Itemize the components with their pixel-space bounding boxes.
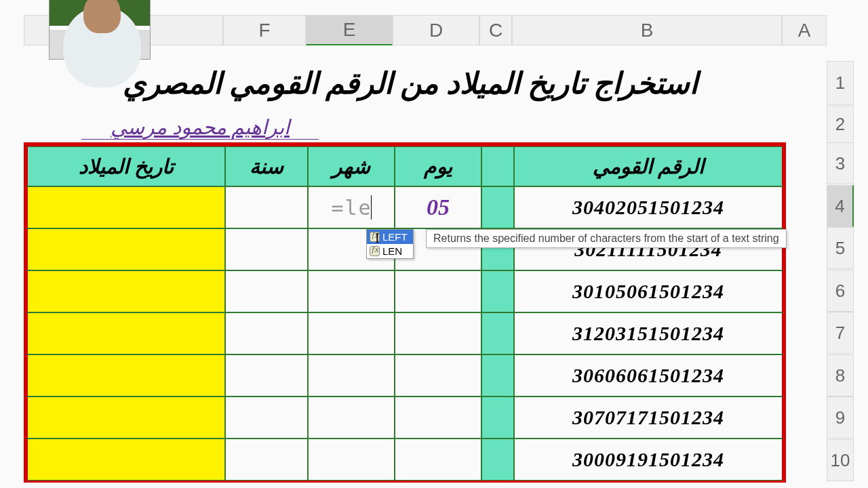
text-cursor-icon: I bbox=[375, 230, 380, 246]
cell-D9[interactable] bbox=[395, 396, 481, 439]
row-header-3[interactable]: 3 bbox=[827, 142, 854, 184]
cell-E6[interactable] bbox=[308, 270, 395, 312]
cell-C9[interactable] bbox=[481, 396, 514, 439]
data-table: تاريخ الميلاد سنة شهر يوم الرقم القومي =… bbox=[24, 142, 786, 483]
cell-G6[interactable] bbox=[26, 270, 225, 312]
cell-B6[interactable]: 30105061501234 bbox=[514, 270, 784, 312]
cell-G4[interactable] bbox=[26, 186, 225, 228]
cell-F7[interactable] bbox=[225, 312, 308, 354]
profile-photo bbox=[49, 0, 151, 60]
header-D: يوم bbox=[395, 146, 481, 186]
col-header-C[interactable]: C bbox=[479, 15, 512, 45]
author-link[interactable]: ابراهيم محمود مرسي bbox=[81, 115, 319, 140]
cell-B9[interactable]: 30707171501234 bbox=[514, 396, 784, 439]
row-header-2[interactable]: 2 bbox=[827, 106, 854, 143]
formula-input[interactable]: =le bbox=[331, 196, 372, 220]
cell-B4[interactable]: 30402051501234 bbox=[514, 186, 784, 228]
cell-G10[interactable] bbox=[26, 439, 225, 481]
formula-tooltip: Returns the specified number of characte… bbox=[426, 229, 787, 248]
cell-C10[interactable] bbox=[481, 439, 514, 481]
row-header-1[interactable]: 1 bbox=[827, 61, 854, 105]
header-G: تاريخ الميلاد bbox=[26, 146, 225, 186]
row-header-5[interactable]: 5 bbox=[827, 227, 854, 269]
row-header-8[interactable]: 8 bbox=[827, 354, 854, 396]
col-header-B[interactable]: B bbox=[512, 15, 782, 45]
cell-D8[interactable] bbox=[395, 354, 481, 396]
fx-icon bbox=[370, 246, 380, 256]
cell-G7[interactable] bbox=[26, 312, 225, 354]
row-header-4[interactable]: 4 bbox=[827, 185, 854, 227]
col-header-E[interactable]: E bbox=[306, 15, 393, 45]
cell-E8[interactable] bbox=[308, 354, 395, 396]
formula-autocomplete[interactable]: LEFT LEN bbox=[366, 229, 414, 259]
header-F: سنة bbox=[225, 146, 308, 186]
cell-E10[interactable] bbox=[308, 439, 395, 481]
cell-E9[interactable] bbox=[308, 396, 395, 439]
cell-G5[interactable] bbox=[26, 228, 225, 270]
sheet-title: استخراج تاريخ الميلاد من الرقم القومي ال… bbox=[24, 61, 797, 105]
cell-F4[interactable] bbox=[225, 186, 308, 228]
cell-C6[interactable] bbox=[481, 270, 514, 312]
cell-F5[interactable] bbox=[225, 228, 308, 270]
row-header-7[interactable]: 7 bbox=[827, 312, 854, 354]
header-B: الرقم القومي bbox=[514, 146, 784, 186]
cell-B7[interactable]: 31203151501234 bbox=[514, 312, 784, 354]
row-header-9[interactable]: 9 bbox=[827, 396, 854, 439]
header-E: شهر bbox=[308, 146, 395, 186]
header-C bbox=[481, 146, 514, 186]
cell-F10[interactable] bbox=[225, 439, 308, 481]
cell-E7[interactable] bbox=[308, 312, 395, 354]
cell-F6[interactable] bbox=[225, 270, 308, 312]
cell-G9[interactable] bbox=[26, 396, 225, 439]
cell-E4[interactable]: =le bbox=[308, 186, 395, 228]
col-header-A[interactable]: A bbox=[782, 15, 827, 45]
cell-G8[interactable] bbox=[26, 354, 225, 396]
cell-F8[interactable] bbox=[225, 354, 308, 396]
row-header-10[interactable]: 10 bbox=[827, 439, 854, 481]
cell-D4[interactable]: 05 bbox=[395, 186, 481, 228]
cell-D6[interactable] bbox=[395, 270, 481, 312]
ac-item-len[interactable]: LEN bbox=[367, 244, 413, 258]
cell-C4[interactable] bbox=[481, 186, 514, 228]
col-header-F[interactable]: F bbox=[223, 15, 306, 45]
cell-D7[interactable] bbox=[395, 312, 481, 354]
cell-D10[interactable] bbox=[395, 439, 481, 481]
cell-F9[interactable] bbox=[225, 396, 308, 439]
cell-B8[interactable]: 30606061501234 bbox=[514, 354, 784, 396]
cell-C8[interactable] bbox=[481, 354, 514, 396]
cell-B10[interactable]: 30009191501234 bbox=[514, 439, 784, 481]
ac-item-left[interactable]: LEFT bbox=[367, 230, 413, 244]
cell-C7[interactable] bbox=[481, 312, 514, 354]
col-header-D[interactable]: D bbox=[393, 15, 479, 45]
row-header-6[interactable]: 6 bbox=[827, 270, 854, 312]
